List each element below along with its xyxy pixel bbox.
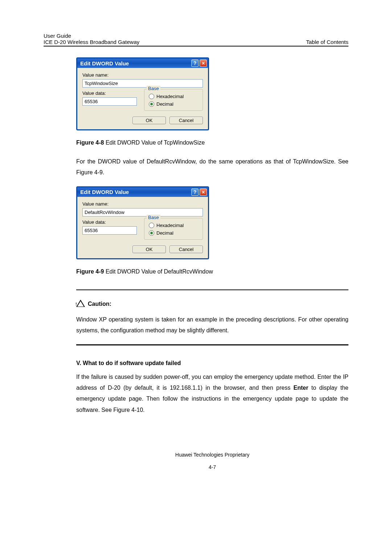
dialog1-dec-label: Decimal — [156, 101, 173, 107]
dialog2-value-data-input[interactable] — [82, 226, 137, 235]
dialog2-base-group: Base Hexadecimal Decimal — [144, 218, 203, 240]
header-right: Table of Contents — [306, 39, 348, 45]
dialog2-radio-hex[interactable] — [149, 223, 154, 228]
header-line2: ICE D-20 Wireless Broadband Gateway — [44, 39, 139, 45]
help-icon[interactable]: ? — [191, 60, 199, 67]
figure-4-8-caption: Figure 4-8 Edit DWORD Value of TcpWindow… — [76, 139, 348, 146]
help-icon[interactable]: ? — [191, 189, 199, 196]
dialog1-radio-hex[interactable] — [149, 94, 154, 99]
dialog1-base-legend: Base — [147, 86, 160, 91]
dialog2-cancel-button[interactable]: Cancel — [170, 246, 203, 253]
footer-proprietary: Huawei Technologies Proprietary — [76, 452, 348, 458]
caution-heading: ! Caution: — [76, 300, 348, 308]
figure-4-9-prefix: Figure 4-9 — [76, 268, 104, 275]
dialog2-value-name-input[interactable] — [82, 208, 203, 216]
caution-text: Window XP operating system is taken for … — [76, 314, 348, 336]
dialog2-base-legend: Base — [147, 215, 160, 220]
figure-4-9-text: Edit DWORD Value of DefaultRcvWindow — [104, 268, 213, 275]
edit-dword-dialog-2: Edit DWORD Value ? × Value name: Value d… — [76, 186, 209, 259]
header-line1: User Guide — [44, 33, 139, 39]
caution-label: Caution: — [88, 301, 111, 307]
section-v-paragraph: If the failure is caused by sudden power… — [76, 372, 348, 416]
edit-dword-dialog-1: Edit DWORD Value ? × Value name: Value d… — [76, 57, 209, 130]
dialog1-value-name-input[interactable] — [82, 79, 203, 88]
figure-4-9-caption: Figure 4-9 Edit DWORD Value of DefaultRc… — [76, 268, 348, 275]
dialog2-hex-label: Hexadecimal — [156, 223, 184, 228]
dialog2-value-name-label: Value name: — [82, 201, 203, 207]
dialog2-title-text: Edit DWORD Value — [80, 189, 129, 195]
dialog1-base-group: Base Hexadecimal Decimal — [144, 89, 203, 111]
dialog1-cancel-button[interactable]: Cancel — [170, 117, 203, 124]
dialog1-title-text: Edit DWORD Value — [80, 60, 129, 66]
dialog2-titlebar: Edit DWORD Value ? × — [77, 187, 208, 197]
figure-4-8-text: Edit DWORD Value of TcpWindowSize — [104, 139, 205, 146]
dialog1-titlebar: Edit DWORD Value ? × — [77, 58, 208, 68]
dialog1-hex-label: Hexadecimal — [156, 94, 184, 99]
dialog1-value-data-input[interactable] — [82, 97, 137, 106]
close-icon[interactable]: × — [200, 60, 207, 67]
dialog1-radio-dec[interactable] — [149, 101, 154, 107]
section-v-enter-key: Enter — [294, 385, 309, 391]
page-header: User Guide ICE D-20 Wireless Broadband G… — [44, 33, 348, 45]
dialog2-value-data-label: Value data: — [82, 219, 137, 225]
dialog1-value-name-label: Value name: — [82, 72, 203, 78]
page-footer: Huawei Technologies Proprietary 4-7 — [76, 452, 348, 470]
dialog2-dec-label: Decimal — [156, 230, 173, 236]
footer-page-number: 4-7 — [76, 464, 348, 470]
header-divider — [44, 46, 348, 46]
caution-bottom-divider — [76, 344, 348, 345]
dialog2-ok-button[interactable]: OK — [132, 246, 166, 253]
caution-triangle-icon: ! — [76, 300, 85, 308]
paragraph-dword-defaultrcvwindow: For the DWORD value of DefaultRcvWindow,… — [76, 156, 348, 178]
close-icon[interactable]: × — [200, 189, 207, 196]
dialog1-value-data-label: Value data: — [82, 90, 137, 96]
dialog1-ok-button[interactable]: OK — [132, 117, 166, 124]
figure-4-8-prefix: Figure 4-8 — [76, 139, 104, 146]
caution-top-divider — [76, 289, 348, 290]
section-v-heading: V. What to do if software update failed — [76, 360, 348, 366]
dialog2-radio-dec[interactable] — [149, 230, 154, 236]
